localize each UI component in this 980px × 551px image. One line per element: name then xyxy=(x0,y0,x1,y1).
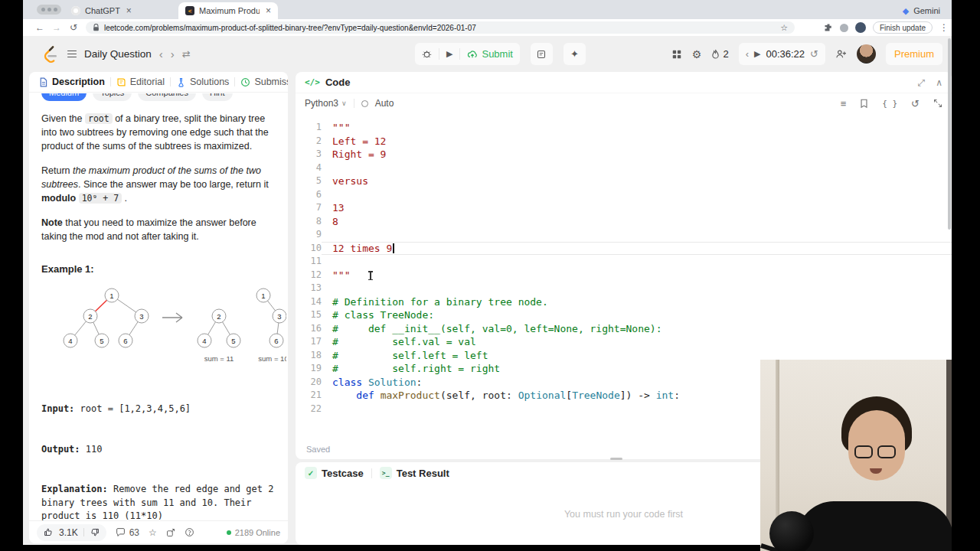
close-icon[interactable]: × xyxy=(126,5,132,16)
glasses xyxy=(854,445,896,458)
timer-collapse-button[interactable]: ‹ xyxy=(746,48,749,60)
code-line[interactable]: 16# def __init__(self, val=0, left=None,… xyxy=(296,322,952,336)
submit-button[interactable]: Submit xyxy=(460,43,519,65)
maximize-button[interactable]: ⤢ xyxy=(918,77,926,88)
code-line[interactable]: 15# class TreeNode: xyxy=(296,308,952,322)
user-avatar[interactable] xyxy=(857,44,876,64)
url-bar[interactable]: leetcode.com/problems/maximum-product-of… xyxy=(86,21,795,34)
language-selector[interactable]: Python3 ∨ xyxy=(305,98,347,109)
bookmark-icon[interactable]: ☆ xyxy=(780,24,788,32)
debug-icon xyxy=(422,49,432,59)
code-line[interactable]: 12""" xyxy=(296,269,952,282)
random-question-button[interactable]: ⇄ xyxy=(182,48,191,60)
example-explanation: Explanation: Remove the red edge and get… xyxy=(41,483,276,520)
code-line[interactable]: 11 xyxy=(296,255,952,269)
code-line[interactable]: 9 xyxy=(296,228,952,242)
thumbs-up-icon[interactable] xyxy=(44,527,54,537)
reset-code-button[interactable]: ↺ xyxy=(911,98,920,109)
nav-title[interactable]: Daily Question xyxy=(84,48,152,60)
code-line[interactable]: 4 xyxy=(296,161,952,175)
topics-chip[interactable]: Topics xyxy=(93,93,132,101)
settings-button[interactable]: ⚙ xyxy=(692,48,702,60)
code-line[interactable]: 1""" xyxy=(296,121,952,135)
companies-chip[interactable]: Companies xyxy=(138,93,196,101)
finish-update-button[interactable]: Finish update xyxy=(873,21,933,34)
browser-profile-avatar[interactable] xyxy=(855,22,866,33)
bookmark-icon[interactable] xyxy=(860,99,868,109)
back-button[interactable]: ← xyxy=(32,19,47,36)
invite-button[interactable] xyxy=(835,49,847,59)
tab-leetcode[interactable]: < Maximum Product of Splitted × xyxy=(178,2,278,19)
tab-strip: ChatGPT × < Maximum Product of Splitted … xyxy=(23,0,952,19)
autocomplete-toggle[interactable]: Auto xyxy=(375,98,394,109)
line-number: 2 xyxy=(296,135,322,148)
difficulty-chip[interactable]: Medium xyxy=(41,93,87,101)
extensions-icon[interactable] xyxy=(824,23,833,32)
tab-label: Solutions xyxy=(190,77,229,87)
timer-play-button[interactable]: ▶ xyxy=(754,49,760,59)
code-line[interactable]: 14# Definition for a binary tree node. xyxy=(296,295,952,309)
text-caret xyxy=(393,243,394,253)
shortcuts-button[interactable]: ≡ xyxy=(841,98,847,109)
leetcode-logo[interactable] xyxy=(41,44,58,64)
hint-chip[interactable]: Hint xyxy=(202,93,233,101)
run-button[interactable]: ▶ xyxy=(439,43,459,65)
layout-button[interactable] xyxy=(671,49,682,60)
tab-submissions[interactable]: Submissions xyxy=(240,77,288,87)
timer-reset-button[interactable]: ↺ xyxy=(810,48,818,60)
notes-button[interactable] xyxy=(531,43,553,65)
code-line[interactable]: 3Right = 9 xyxy=(296,148,952,161)
line-number: 22 xyxy=(296,403,322,416)
streak-counter[interactable]: 2 xyxy=(711,48,728,60)
problem-paragraph: Return the maximum product of the sums o… xyxy=(41,164,276,205)
format-code-button[interactable]: { } xyxy=(882,99,897,109)
premium-button[interactable]: Premium xyxy=(886,43,942,65)
code-line[interactable]: 17# self.val = val xyxy=(296,335,952,349)
thumbs-down-icon[interactable] xyxy=(90,527,100,537)
tree-node: 1 xyxy=(261,292,265,300)
tab-gemini[interactable]: ◆ Gemini xyxy=(896,2,947,19)
tab-description[interactable]: Description xyxy=(38,77,105,87)
favorite-button[interactable]: ☆ xyxy=(149,527,157,538)
debug-button[interactable] xyxy=(415,43,439,65)
flask-icon xyxy=(176,77,186,87)
code-line[interactable]: 5versus xyxy=(296,174,952,188)
comments-button[interactable]: 63 xyxy=(116,527,139,538)
code-line[interactable]: 88 xyxy=(296,215,952,229)
code-line[interactable]: 6 xyxy=(296,188,952,202)
share-button[interactable] xyxy=(166,528,175,537)
tab-solutions[interactable]: Solutions xyxy=(176,77,229,87)
example-input: Input: root = [1,2,3,4,5,6] xyxy=(41,403,276,416)
sparkle-icon: ✦ xyxy=(570,48,579,60)
help-button[interactable] xyxy=(185,527,194,537)
line-number: 5 xyxy=(296,174,322,188)
code-line[interactable]: 13 xyxy=(296,282,952,295)
problem-description[interactable]: Medium Topics Companies Hint Given the r… xyxy=(29,93,288,520)
reload-button[interactable]: ↺ xyxy=(66,19,81,36)
next-question-button[interactable]: › xyxy=(171,47,175,60)
window-controls[interactable] xyxy=(37,5,61,15)
submit-label: Submit xyxy=(482,48,512,60)
collapse-button[interactable]: ∧ xyxy=(936,77,942,88)
tab-testcase[interactable]: ✓ Testcase xyxy=(305,467,364,479)
code-line[interactable]: 1012 times 9 xyxy=(296,242,952,256)
tab-editorial[interactable]: Editorial xyxy=(116,77,165,87)
browser-menu-icon[interactable]: ⋮ xyxy=(939,22,949,33)
browser-scrollbar[interactable] xyxy=(948,38,951,230)
code-line[interactable]: 713 xyxy=(296,201,952,215)
line-number: 7 xyxy=(296,201,322,215)
ai-assistant-button[interactable]: ✦ xyxy=(564,43,586,65)
problem-list-icon[interactable] xyxy=(67,51,77,58)
tab-label: Description xyxy=(52,77,105,87)
panel-resize-handle[interactable] xyxy=(610,458,622,460)
tab-chatgpt[interactable]: ChatGPT × xyxy=(64,2,139,19)
fullscreen-icon[interactable] xyxy=(933,99,942,108)
line-number: 1 xyxy=(296,121,322,135)
forward-button[interactable]: → xyxy=(49,19,64,36)
close-icon[interactable]: × xyxy=(266,5,271,16)
tab-test-result[interactable]: >_ Test Result xyxy=(380,467,449,479)
extension-icon[interactable] xyxy=(840,24,848,32)
code-line[interactable]: 2Left = 12 xyxy=(296,135,952,148)
online-count: 2189 Online xyxy=(227,528,280,537)
prev-question-button[interactable]: ‹ xyxy=(159,47,163,60)
